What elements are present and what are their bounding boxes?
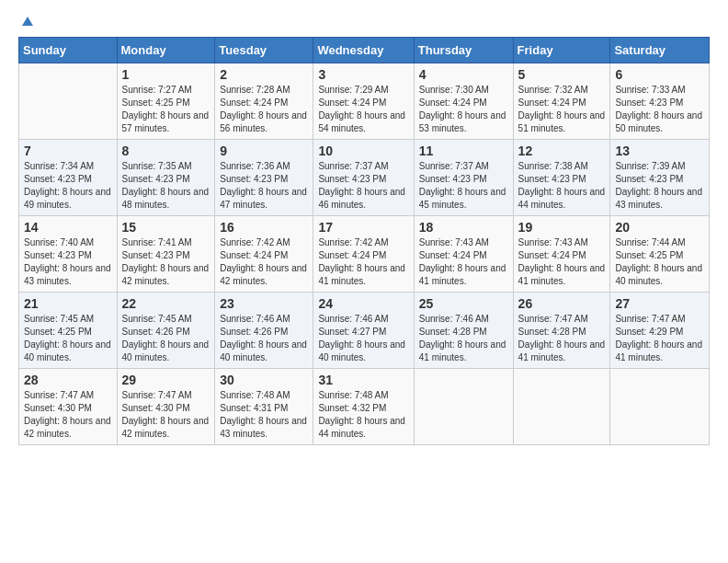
day-number: 26 [518, 296, 606, 311]
calendar-cell: 28Sunrise: 7:47 AMSunset: 4:30 PMDayligh… [19, 369, 118, 445]
day-number: 6 [615, 67, 704, 82]
day-number: 21 [24, 296, 112, 311]
cell-info: Sunrise: 7:34 AMSunset: 4:23 PMDaylight:… [24, 160, 112, 212]
cell-info: Sunrise: 7:44 AMSunset: 4:25 PMDaylight:… [615, 236, 704, 288]
calendar-week-row: 28Sunrise: 7:47 AMSunset: 4:30 PMDayligh… [19, 369, 710, 445]
calendar-cell: 15Sunrise: 7:41 AMSunset: 4:23 PMDayligh… [117, 216, 215, 293]
svg-marker-0 [22, 17, 33, 26]
calendar-cell [610, 369, 710, 445]
cell-info: Sunrise: 7:43 AMSunset: 4:24 PMDaylight:… [419, 236, 508, 288]
calendar-cell: 11Sunrise: 7:37 AMSunset: 4:23 PMDayligh… [414, 140, 513, 216]
day-number: 3 [318, 67, 408, 82]
calendar-cell: 1Sunrise: 7:27 AMSunset: 4:25 PMDaylight… [117, 63, 215, 140]
day-number: 11 [419, 144, 508, 158]
day-number: 17 [318, 220, 408, 235]
calendar-week-row: 21Sunrise: 7:45 AMSunset: 4:25 PMDayligh… [19, 293, 710, 369]
day-header-saturday: Saturday [610, 38, 710, 63]
calendar-cell: 5Sunrise: 7:32 AMSunset: 4:24 PMDaylight… [513, 63, 610, 140]
cell-info: Sunrise: 7:41 AMSunset: 4:23 PMDaylight:… [122, 236, 210, 288]
day-number: 5 [518, 67, 606, 82]
logo-icon [20, 15, 35, 29]
cell-info: Sunrise: 7:37 AMSunset: 4:23 PMDaylight:… [318, 160, 408, 212]
day-number: 20 [615, 220, 704, 235]
cell-info: Sunrise: 7:35 AMSunset: 4:23 PMDaylight:… [122, 160, 210, 212]
day-number: 16 [220, 220, 308, 235]
calendar-cell: 7Sunrise: 7:34 AMSunset: 4:23 PMDaylight… [19, 140, 118, 216]
calendar-cell [414, 369, 513, 445]
day-header-monday: Monday [117, 38, 215, 63]
day-number: 9 [220, 144, 308, 158]
cell-info: Sunrise: 7:36 AMSunset: 4:23 PMDaylight:… [220, 160, 308, 212]
cell-info: Sunrise: 7:40 AMSunset: 4:23 PMDaylight:… [24, 236, 112, 288]
day-number: 29 [122, 373, 210, 387]
calendar-cell: 22Sunrise: 7:45 AMSunset: 4:26 PMDayligh… [117, 293, 215, 369]
cell-info: Sunrise: 7:46 AMSunset: 4:28 PMDaylight:… [419, 313, 508, 364]
calendar-week-row: 7Sunrise: 7:34 AMSunset: 4:23 PMDaylight… [19, 140, 710, 216]
cell-info: Sunrise: 7:27 AMSunset: 4:25 PMDaylight:… [122, 84, 210, 135]
day-number: 30 [220, 373, 308, 387]
cell-info: Sunrise: 7:30 AMSunset: 4:24 PMDaylight:… [419, 84, 508, 135]
calendar-cell: 2Sunrise: 7:28 AMSunset: 4:24 PMDaylight… [215, 63, 313, 140]
calendar-cell: 13Sunrise: 7:39 AMSunset: 4:23 PMDayligh… [610, 140, 710, 216]
cell-info: Sunrise: 7:48 AMSunset: 4:31 PMDaylight:… [220, 389, 308, 441]
calendar-week-row: 1Sunrise: 7:27 AMSunset: 4:25 PMDaylight… [19, 63, 710, 140]
day-header-thursday: Thursday [414, 38, 513, 63]
cell-info: Sunrise: 7:45 AMSunset: 4:25 PMDaylight:… [24, 313, 112, 364]
cell-info: Sunrise: 7:38 AMSunset: 4:23 PMDaylight:… [518, 160, 606, 212]
day-number: 22 [122, 296, 210, 311]
cell-info: Sunrise: 7:47 AMSunset: 4:28 PMDaylight:… [518, 313, 606, 364]
cell-info: Sunrise: 7:28 AMSunset: 4:24 PMDaylight:… [220, 84, 308, 135]
calendar-cell: 19Sunrise: 7:43 AMSunset: 4:24 PMDayligh… [513, 216, 610, 293]
calendar-cell: 18Sunrise: 7:43 AMSunset: 4:24 PMDayligh… [414, 216, 513, 293]
calendar-cell [513, 369, 610, 445]
cell-info: Sunrise: 7:42 AMSunset: 4:24 PMDaylight:… [220, 236, 308, 288]
day-number: 13 [615, 144, 704, 158]
cell-info: Sunrise: 7:43 AMSunset: 4:24 PMDaylight:… [518, 236, 606, 288]
calendar-cell: 17Sunrise: 7:42 AMSunset: 4:24 PMDayligh… [313, 216, 414, 293]
calendar-cell: 24Sunrise: 7:46 AMSunset: 4:27 PMDayligh… [313, 293, 414, 369]
logo [18, 15, 35, 29]
calendar-cell: 25Sunrise: 7:46 AMSunset: 4:28 PMDayligh… [414, 293, 513, 369]
day-number: 28 [24, 373, 112, 387]
cell-info: Sunrise: 7:32 AMSunset: 4:24 PMDaylight:… [518, 84, 606, 135]
calendar-cell: 10Sunrise: 7:37 AMSunset: 4:23 PMDayligh… [313, 140, 414, 216]
calendar-cell: 12Sunrise: 7:38 AMSunset: 4:23 PMDayligh… [513, 140, 610, 216]
cell-info: Sunrise: 7:47 AMSunset: 4:30 PMDaylight:… [24, 389, 112, 441]
cell-info: Sunrise: 7:46 AMSunset: 4:26 PMDaylight:… [220, 313, 308, 364]
calendar-table: SundayMondayTuesdayWednesdayThursdayFrid… [18, 37, 710, 445]
calendar-cell: 9Sunrise: 7:36 AMSunset: 4:23 PMDaylight… [215, 140, 313, 216]
day-number: 25 [419, 296, 508, 311]
day-number: 12 [518, 144, 606, 158]
calendar-cell: 29Sunrise: 7:47 AMSunset: 4:30 PMDayligh… [117, 369, 215, 445]
calendar-cell: 3Sunrise: 7:29 AMSunset: 4:24 PMDaylight… [313, 63, 414, 140]
calendar-cell: 21Sunrise: 7:45 AMSunset: 4:25 PMDayligh… [19, 293, 118, 369]
day-number: 15 [122, 220, 210, 235]
calendar-cell: 4Sunrise: 7:30 AMSunset: 4:24 PMDaylight… [414, 63, 513, 140]
cell-info: Sunrise: 7:37 AMSunset: 4:23 PMDaylight:… [419, 160, 508, 212]
day-header-friday: Friday [513, 38, 610, 63]
day-header-tuesday: Tuesday [215, 38, 313, 63]
day-number: 7 [24, 144, 112, 158]
calendar-cell: 6Sunrise: 7:33 AMSunset: 4:23 PMDaylight… [610, 63, 710, 140]
cell-info: Sunrise: 7:42 AMSunset: 4:24 PMDaylight:… [318, 236, 408, 288]
calendar-cell: 20Sunrise: 7:44 AMSunset: 4:25 PMDayligh… [610, 216, 710, 293]
page-header [18, 15, 710, 29]
cell-info: Sunrise: 7:33 AMSunset: 4:23 PMDaylight:… [615, 84, 704, 135]
day-number: 27 [615, 296, 704, 311]
day-number: 2 [220, 67, 308, 82]
calendar-cell: 31Sunrise: 7:48 AMSunset: 4:32 PMDayligh… [313, 369, 414, 445]
calendar-cell: 16Sunrise: 7:42 AMSunset: 4:24 PMDayligh… [215, 216, 313, 293]
calendar-cell: 8Sunrise: 7:35 AMSunset: 4:23 PMDaylight… [117, 140, 215, 216]
cell-info: Sunrise: 7:46 AMSunset: 4:27 PMDaylight:… [318, 313, 408, 364]
day-header-sunday: Sunday [19, 38, 118, 63]
calendar-header-row: SundayMondayTuesdayWednesdayThursdayFrid… [19, 38, 710, 63]
calendar-cell: 27Sunrise: 7:47 AMSunset: 4:29 PMDayligh… [610, 293, 710, 369]
cell-info: Sunrise: 7:47 AMSunset: 4:30 PMDaylight:… [122, 389, 210, 441]
day-number: 31 [318, 373, 408, 387]
cell-info: Sunrise: 7:29 AMSunset: 4:24 PMDaylight:… [318, 84, 408, 135]
cell-info: Sunrise: 7:48 AMSunset: 4:32 PMDaylight:… [318, 389, 408, 441]
day-number: 14 [24, 220, 112, 235]
cell-info: Sunrise: 7:47 AMSunset: 4:29 PMDaylight:… [615, 313, 704, 364]
calendar-cell [19, 63, 118, 140]
calendar-cell: 30Sunrise: 7:48 AMSunset: 4:31 PMDayligh… [215, 369, 313, 445]
